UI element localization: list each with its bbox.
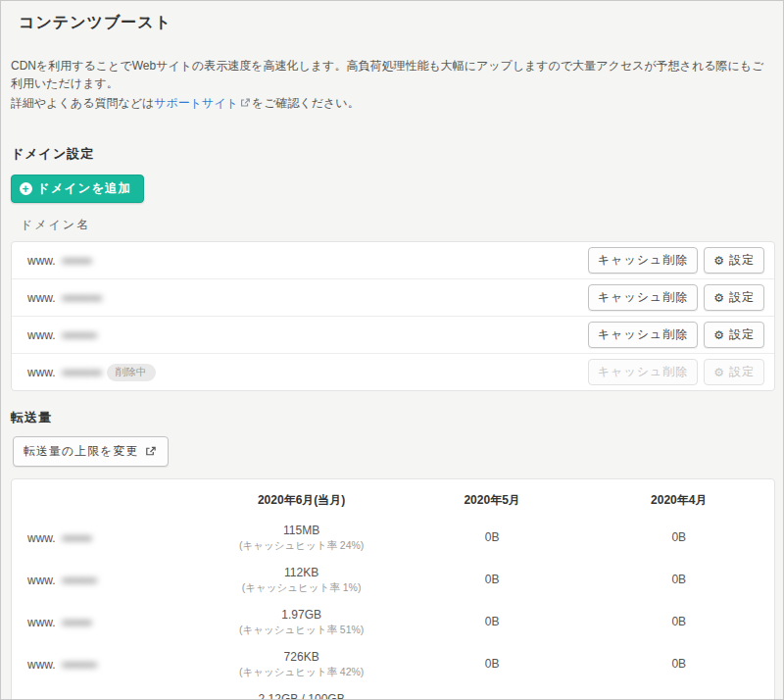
cache-delete-button-disabled: キャッシュ削除 — [588, 359, 698, 385]
transfer-value: 112KB — [207, 566, 397, 580]
domain-settings-heading: ドメイン設定 — [11, 145, 775, 163]
transfer-value: 1.97GB — [207, 608, 397, 623]
header-prev-month-1: 2020年5月 — [401, 479, 584, 517]
domain-row: www.■■■■■■■■ キャッシュ削除 ⚙設定 — [12, 278, 774, 316]
cache-delete-label: キャッシュ削除 — [598, 252, 688, 269]
page-description-line2: 詳細やよくある質問などはサポートサイトをご確認ください。 — [11, 94, 775, 112]
total-transfer-value: 36.6MB — [401, 685, 584, 700]
domain-name: www.■■■■■■ — [27, 531, 199, 545]
domain-row-actions: キャッシュ削除 ⚙設定 — [588, 359, 764, 385]
masked-domain: ■■■■■■■■ — [62, 367, 101, 377]
domain-prefix: www. — [27, 328, 56, 342]
domain-prefix: www. — [27, 658, 56, 672]
transfer-row: www.■■■■■■ 115MB(キャッシュヒット率 24%) 0B 0B — [12, 517, 774, 559]
support-site-link[interactable]: サポートサイト — [154, 96, 238, 110]
domain-row-actions: キャッシュ削除 ⚙設定 — [588, 322, 764, 348]
domain-row: www.■■■■■■ キャッシュ削除 ⚙設定 — [12, 242, 774, 278]
gear-icon: ⚙ — [713, 329, 725, 341]
transfer-value: 0B — [401, 643, 584, 685]
cache-hit-note: (キャッシュヒット率 42%) — [207, 665, 397, 678]
settings-button[interactable]: ⚙設定 — [704, 284, 764, 311]
domain-name: www.■■■■■■ — [27, 254, 91, 268]
domain-prefix: www. — [27, 531, 56, 545]
add-domain-button[interactable]: + ドメインを追加 — [11, 175, 144, 203]
header-current-month: 2020年6月(当月) — [203, 479, 401, 517]
masked-domain: ■■■■■■■■ — [62, 292, 101, 303]
external-link-icon — [144, 445, 157, 458]
transfer-value: 0B — [401, 601, 584, 643]
transfer-table-card: 2020年6月(当月) 2020年5月 2020年4月 www.■■■■■■ 1… — [11, 478, 775, 700]
masked-domain: ■■■■■■■ — [62, 329, 96, 340]
masked-domain: ■■■■■■ — [62, 255, 91, 266]
domain-row-actions: キャッシュ削除 ⚙設定 — [588, 284, 764, 311]
transfer-value: 0B — [401, 517, 584, 559]
settings-button[interactable]: ⚙設定 — [704, 247, 764, 274]
domain-name-column-label: ドメイン名 — [21, 217, 775, 233]
page-title: コンテンツブースト — [19, 13, 775, 33]
cache-delete-button[interactable]: キャッシュ削除 — [588, 284, 698, 311]
cache-delete-label: キャッシュ削除 — [598, 364, 688, 380]
page-description-line1: CDNを利用することでWebサイトの表示速度を高速化します。高負荷処理性能も大幅… — [11, 57, 775, 92]
domain-row: www.■■■■■■■ キャッシュ削除 ⚙設定 — [12, 316, 774, 353]
transfer-value: 0B — [583, 517, 774, 559]
domain-prefix: www. — [27, 254, 56, 268]
description-prefix: 詳細やよくある質問などは — [11, 96, 154, 110]
settings-label: 設定 — [729, 289, 755, 306]
cache-delete-label: キャッシュ削除 — [598, 289, 688, 306]
masked-domain: ■■■■■■■ — [62, 575, 96, 585]
settings-button-disabled: ⚙設定 — [704, 359, 764, 385]
transfer-total-row: 転送量合計 2.12GB / 100GB(残り 97.8GB) 36.6MB 0… — [12, 685, 774, 700]
gear-icon: ⚙ — [713, 292, 725, 304]
total-transfer-value: 0B — [583, 685, 774, 700]
domain-row-actions: キャッシュ削除 ⚙設定 — [588, 247, 764, 274]
domain-name: www.■■■■■■■ — [27, 574, 199, 587]
transfer-table-header-row: 2020年6月(当月) 2020年5月 2020年4月 — [12, 479, 774, 517]
transfer-row: www.■■■■■■■ 726KB(キャッシュヒット率 42%) 0B 0B — [12, 643, 774, 685]
gear-icon: ⚙ — [713, 255, 725, 267]
transfer-value: 726KB — [207, 650, 397, 665]
deleting-status-badge: 削除中 — [107, 364, 156, 381]
domain-name: www.■■■■■■ — [27, 616, 199, 629]
change-transfer-limit-button[interactable]: 転送量の上限を変更 — [13, 436, 169, 467]
transfer-value: 0B — [583, 559, 774, 601]
transfer-value: 0B — [401, 559, 584, 601]
transfer-table: 2020年6月(当月) 2020年5月 2020年4月 www.■■■■■■ 1… — [12, 479, 774, 700]
domain-prefix: www. — [27, 366, 56, 379]
cache-hit-note: (キャッシュヒット率 51%) — [207, 623, 397, 636]
cache-hit-note: (キャッシュヒット率 1%) — [207, 580, 397, 594]
domain-name: www.■■■■■■■ — [27, 658, 199, 672]
domain-row-deleting: www.■■■■■■■■削除中 キャッシュ削除 ⚙設定 — [12, 353, 774, 390]
total-row-label: 転送量合計 — [12, 685, 203, 700]
cache-delete-button[interactable]: キャッシュ削除 — [588, 247, 698, 274]
settings-label: 設定 — [729, 252, 755, 269]
external-link-icon — [239, 97, 251, 109]
domain-prefix: www. — [27, 291, 56, 305]
settings-button[interactable]: ⚙設定 — [704, 322, 764, 348]
header-domain-col — [12, 479, 203, 517]
transfer-row: www.■■■■■■■ 112KB(キャッシュヒット率 1%) 0B 0B — [12, 559, 774, 601]
transfer-value: 0B — [583, 643, 774, 685]
header-prev-month-2: 2020年4月 — [583, 479, 774, 517]
description-suffix: をご確認ください。 — [252, 96, 360, 110]
add-domain-label: ドメインを追加 — [37, 180, 131, 197]
masked-domain: ■■■■■■■ — [62, 659, 96, 670]
domain-prefix: www. — [27, 616, 56, 629]
domain-list: www.■■■■■■ キャッシュ削除 ⚙設定 www.■■■■■■■■ キャッシ… — [11, 241, 775, 391]
transfer-value: 0B — [583, 601, 774, 643]
domain-name: www.■■■■■■■■ — [27, 291, 101, 305]
change-transfer-limit-label: 転送量の上限を変更 — [24, 443, 139, 460]
transfer-row: www.■■■■■■ 1.97GB(キャッシュヒット率 51%) 0B 0B — [12, 601, 774, 643]
masked-domain: ■■■■■■ — [62, 532, 91, 543]
total-transfer-value: 2.12GB / 100GB — [207, 692, 397, 700]
gear-icon: ⚙ — [713, 367, 725, 378]
cache-delete-button[interactable]: キャッシュ削除 — [588, 322, 698, 348]
cache-hit-note: (キャッシュヒット率 24%) — [207, 538, 397, 552]
domain-name: www.■■■■■■■ — [27, 328, 96, 342]
plus-circle-icon: + — [20, 182, 32, 195]
transfer-value: 115MB — [207, 524, 397, 538]
masked-domain: ■■■■■■ — [62, 617, 91, 627]
domain-prefix: www. — [27, 574, 56, 587]
transfer-volume-heading: 転送量 — [11, 409, 775, 426]
settings-label: 設定 — [729, 326, 755, 343]
settings-label: 設定 — [729, 364, 755, 380]
